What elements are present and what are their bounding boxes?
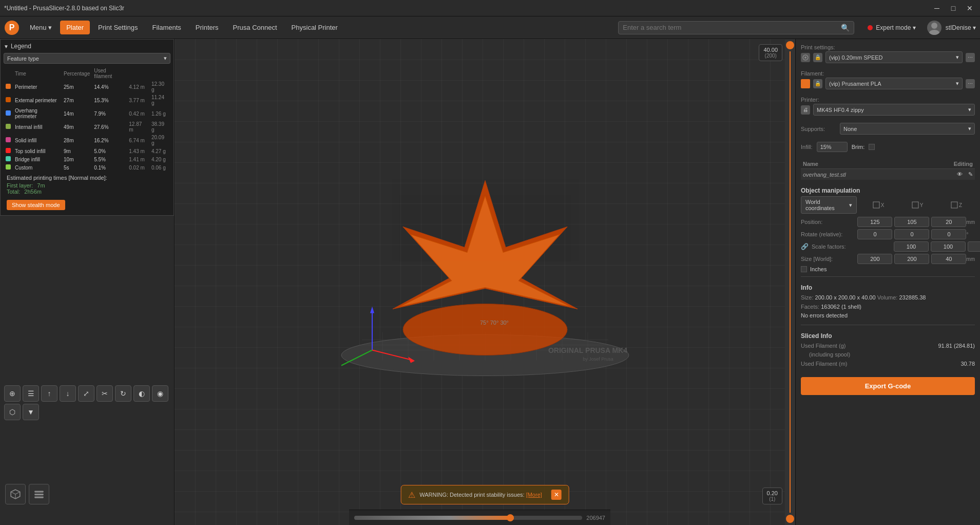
legend-row: Solid infill 28m 16.2% 6.74 m 20.09 g bbox=[4, 134, 170, 147]
svg-rect-39 bbox=[912, 202, 918, 208]
user-avatar bbox=[927, 21, 941, 35]
layer-indicator-bottom: 0.20 (1) bbox=[762, 488, 782, 504]
pos-z-input[interactable] bbox=[931, 217, 966, 227]
stealth-mode-button[interactable]: Show stealth mode bbox=[7, 200, 65, 210]
legend-len-cell: 0.02 m bbox=[127, 163, 149, 172]
printers-tab[interactable]: Printers bbox=[189, 21, 225, 34]
prusa-connect-tab[interactable]: Prusa Connect bbox=[227, 21, 283, 34]
first-layer-label: First layer: bbox=[7, 182, 33, 189]
scale-y-input[interactable] bbox=[931, 241, 966, 252]
pos-y-input[interactable] bbox=[894, 217, 929, 227]
move-up-tool[interactable]: ↑ bbox=[41, 385, 57, 402]
cube-view-button[interactable] bbox=[5, 484, 26, 504]
size-inputs bbox=[857, 254, 966, 264]
toolbar: ⊕ ☰ ↑ ↓ ⤢ ✂ ↻ ◐ ◉ ⬡ ▼ bbox=[2, 383, 174, 422]
object-name-cell: overhang_test.stl bbox=[801, 169, 917, 180]
legend-panel: ▼ Legend Feature type ▾ Time Percentage … bbox=[0, 39, 174, 216]
hex-tool[interactable]: ⬡ bbox=[4, 404, 21, 420]
inches-label: Inches bbox=[810, 266, 827, 272]
chevron-down-icon: ▾ bbox=[956, 80, 959, 87]
filaments-tab[interactable]: Filaments bbox=[146, 21, 187, 34]
supports-row: Supports: None ▾ bbox=[801, 123, 975, 135]
layers-view-button[interactable] bbox=[29, 484, 49, 504]
inches-checkbox[interactable] bbox=[801, 266, 807, 272]
close-button[interactable]: ✕ bbox=[964, 3, 976, 13]
search-input[interactable] bbox=[623, 24, 841, 31]
col-time: Time bbox=[13, 67, 62, 80]
legend-row: External perimeter 27m 15.3% 3.77 m 11.2… bbox=[4, 93, 170, 107]
plater-tab[interactable]: Plater bbox=[60, 21, 90, 34]
filament-select[interactable]: (vip) Prusament PLA ▾ bbox=[825, 78, 963, 89]
viewport[interactable]: 75° 70° 30° ORIGINAL PRUSA MK4 by Josef … bbox=[175, 39, 795, 525]
print-settings-select[interactable]: (vip) 0.20mm SPEED ▾ bbox=[825, 51, 963, 63]
search-box[interactable]: 🔍 bbox=[618, 21, 854, 34]
legend-color-cell bbox=[4, 134, 13, 147]
layer-bottom-value: 0.20 bbox=[767, 490, 778, 496]
svg-text:75°  70°  30°: 75° 70° 30° bbox=[480, 320, 509, 326]
scale-z-input[interactable] bbox=[968, 241, 980, 252]
legend-len-cell: 6.74 m bbox=[127, 134, 149, 147]
eye-icon[interactable]: 👁 bbox=[957, 171, 963, 177]
legend-len-cell: 12.87 m bbox=[127, 120, 149, 134]
rot-y-input[interactable] bbox=[894, 229, 929, 239]
object-row: overhang_test.stl 👁 ✎ bbox=[801, 169, 975, 180]
brim-checkbox[interactable] bbox=[869, 144, 875, 150]
supports-select[interactable]: None ▾ bbox=[840, 123, 975, 135]
right-panel: Print settings: 🔒 (vip) 0.20mm SPEED ▾ ⋯… bbox=[795, 39, 980, 525]
warning-toast: ⚠ WARNING: Detected print stability issu… bbox=[400, 485, 569, 504]
left-panel: ▼ Legend Feature type ▾ Time Percentage … bbox=[0, 39, 175, 525]
infill-value: 15% bbox=[820, 144, 832, 150]
layer-handle-top[interactable] bbox=[786, 41, 794, 49]
coord-mode-dropdown[interactable]: World coordinates ▾ bbox=[801, 196, 857, 214]
legend-row: Custom 5s 0.1% 0.02 m 0.06 g bbox=[4, 163, 170, 172]
col-name: Name bbox=[801, 159, 917, 169]
rot-x-input[interactable] bbox=[857, 229, 892, 239]
warning-close-button[interactable]: ✕ bbox=[551, 490, 562, 500]
obj-row: overhang_test.stl bbox=[803, 172, 915, 178]
expert-dot bbox=[868, 25, 873, 30]
feature-type-dropdown[interactable]: Feature type ▾ bbox=[4, 53, 170, 64]
layer-handle-bottom[interactable] bbox=[786, 515, 794, 523]
scale-x-input[interactable] bbox=[894, 241, 929, 252]
physical-printer-tab[interactable]: Physical Printer bbox=[285, 21, 344, 34]
move-down-tool[interactable]: ↓ bbox=[60, 385, 76, 402]
print-settings-tab[interactable]: Print Settings bbox=[92, 21, 144, 34]
export-gcode-button[interactable]: Export G-code bbox=[801, 377, 975, 395]
printer-select[interactable]: MK4S HF0.4 zippy ▾ bbox=[813, 104, 975, 116]
scale-row: 🔗 Scale factors: % bbox=[801, 241, 975, 252]
filament-options-icon[interactable]: ⋯ bbox=[966, 79, 975, 88]
lock-icon: 🔒 bbox=[813, 53, 822, 62]
rotate-tool[interactable]: ↻ bbox=[115, 385, 131, 402]
legend-len-cell: 1.43 m bbox=[127, 147, 149, 155]
layer-progress-handle[interactable] bbox=[507, 514, 514, 521]
size-z-input[interactable] bbox=[931, 254, 966, 264]
editing-cell[interactable]: 👁 ✎ bbox=[917, 169, 975, 180]
size-x-input[interactable] bbox=[857, 254, 892, 264]
scale-tool[interactable]: ⤢ bbox=[78, 385, 94, 402]
maximize-button[interactable]: □ bbox=[947, 3, 959, 13]
rot-z-input[interactable] bbox=[931, 229, 966, 239]
minimize-button[interactable]: ─ bbox=[931, 3, 943, 13]
legend-weight-cell: 38.39 g bbox=[149, 120, 170, 134]
chevron-down-icon: ▾ bbox=[849, 202, 852, 209]
size-y-input[interactable] bbox=[894, 254, 929, 264]
support-tool[interactable]: ◉ bbox=[152, 385, 168, 402]
layer-progress-track[interactable] bbox=[354, 516, 582, 520]
warning-more-link[interactable]: [More] bbox=[526, 492, 542, 498]
infill-select[interactable]: 15% bbox=[817, 142, 848, 152]
legend-color-cell bbox=[4, 155, 13, 163]
pos-x-input[interactable] bbox=[857, 217, 892, 227]
expert-mode-button[interactable]: Expert mode ▾ bbox=[862, 22, 920, 33]
menu-dropdown[interactable]: Menu ▾ bbox=[24, 21, 58, 34]
object-name: overhang_test.stl bbox=[803, 172, 846, 178]
layer-scrollbar[interactable] bbox=[785, 39, 795, 525]
settings-tool[interactable]: ▼ bbox=[23, 404, 39, 420]
edit-icon[interactable]: ✎ bbox=[968, 171, 973, 177]
paint-tool[interactable]: ◐ bbox=[133, 385, 150, 402]
cut-tool[interactable]: ✂ bbox=[97, 385, 113, 402]
legend-weight-cell: 1.26 g bbox=[149, 107, 170, 120]
arrange-tool[interactable]: ☰ bbox=[23, 385, 39, 402]
user-name[interactable]: stIDenise ▾ bbox=[946, 24, 976, 31]
print-settings-options-icon[interactable]: ⋯ bbox=[966, 53, 975, 62]
select-tool[interactable]: ⊕ bbox=[4, 385, 21, 402]
